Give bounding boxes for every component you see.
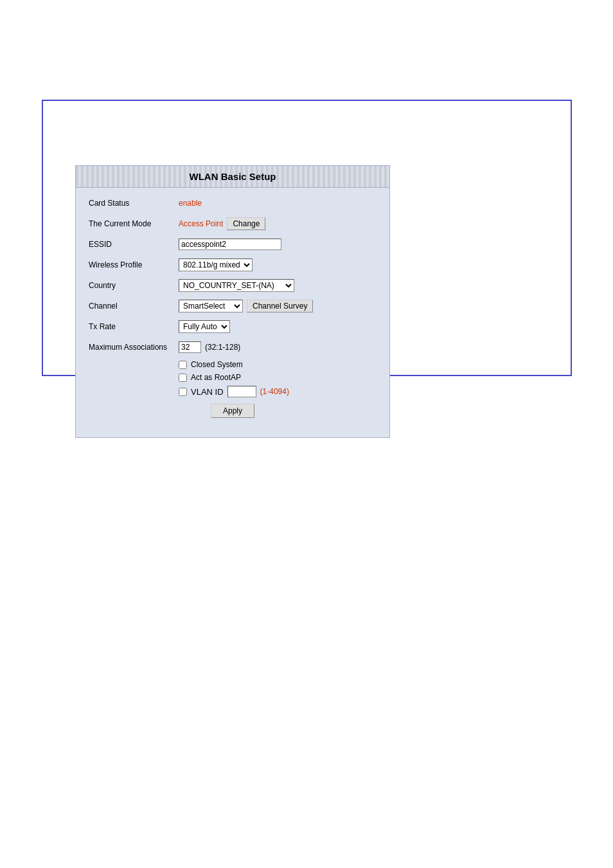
form-body: Card Status enable The Current Mode Acce… — [76, 188, 389, 424]
change-button[interactable]: Change — [227, 217, 265, 230]
wireless-profile-row: Wireless Profile 802.11b/g mixed 802.11b… — [89, 257, 377, 273]
card-status-label: Card Status — [89, 199, 179, 208]
max-assoc-hint: (32:1-128) — [205, 343, 240, 352]
closed-system-label: Closed System — [191, 360, 243, 369]
wireless-profile-select[interactable]: 802.11b/g mixed 802.11b only 802.11g onl… — [179, 258, 253, 271]
vlan-id-hint: (1-4094) — [260, 387, 289, 396]
wireless-profile-value-area: 802.11b/g mixed 802.11b only 802.11g onl… — [179, 258, 253, 271]
country-row: Country NO_COUNTRY_SET-(NA) — [89, 278, 377, 293]
card-status-value-area: enable — [179, 199, 202, 208]
act-rootap-checkbox[interactable] — [179, 374, 187, 382]
channel-value-area: SmartSelect 123 456 789 1011 Channel Sur… — [179, 300, 313, 312]
country-select[interactable]: NO_COUNTRY_SET-(NA) — [179, 279, 294, 292]
vlan-id-checkbox[interactable] — [179, 388, 187, 396]
outer-panel: WLAN Basic Setup Card Status enable The … — [42, 100, 572, 376]
card-status-value: enable — [179, 199, 202, 208]
wireless-profile-label: Wireless Profile — [89, 260, 179, 269]
channel-label: Channel — [89, 302, 179, 311]
vlan-id-input[interactable] — [227, 386, 256, 397]
closed-system-checkbox[interactable] — [179, 361, 187, 369]
current-mode-value-area: Access Point Change — [179, 217, 265, 230]
tx-rate-select[interactable]: Fully Auto 1 Mbps 2 Mbps 5.5 Mbps 11 Mbp… — [179, 320, 230, 333]
panel-title-text: WLAN Basic Setup — [189, 171, 276, 182]
max-assoc-value-area: (32:1-128) — [179, 341, 240, 353]
current-mode-value: Access Point — [179, 219, 223, 228]
essid-label: ESSID — [89, 240, 179, 249]
form-panel: WLAN Basic Setup Card Status enable The … — [75, 165, 390, 438]
essid-value-area — [179, 239, 281, 250]
max-assoc-row: Maximum Associations (32:1-128) — [89, 339, 377, 355]
tx-rate-label: Tx Rate — [89, 322, 179, 331]
channel-row: Channel SmartSelect 123 456 789 1011 Cha… — [89, 298, 377, 314]
card-status-row: Card Status enable — [89, 195, 377, 211]
max-assoc-label: Maximum Associations — [89, 343, 179, 352]
vlan-row: VLAN ID (1-4094) — [89, 386, 377, 397]
channel-survey-button[interactable]: Channel Survey — [247, 300, 313, 312]
closed-system-row: Closed System — [89, 360, 377, 369]
vlan-id-label: VLAN ID — [191, 387, 224, 397]
tx-rate-value-area: Fully Auto 1 Mbps 2 Mbps 5.5 Mbps 11 Mbp… — [179, 320, 230, 333]
apply-row: Apply — [89, 404, 377, 418]
essid-input[interactable] — [179, 239, 281, 250]
panel-title: WLAN Basic Setup — [76, 166, 389, 188]
essid-row: ESSID — [89, 237, 377, 252]
channel-select[interactable]: SmartSelect 123 456 789 1011 — [179, 300, 243, 312]
tx-rate-row: Tx Rate Fully Auto 1 Mbps 2 Mbps 5.5 Mbp… — [89, 319, 377, 334]
act-rootap-label: Act as RootAP — [191, 373, 241, 382]
country-label: Country — [89, 281, 179, 290]
apply-button[interactable]: Apply — [211, 404, 254, 418]
country-value-area: NO_COUNTRY_SET-(NA) — [179, 279, 294, 292]
max-assoc-input[interactable] — [179, 341, 201, 353]
current-mode-label: The Current Mode — [89, 219, 179, 228]
act-rootap-row: Act as RootAP — [89, 373, 377, 382]
current-mode-row: The Current Mode Access Point Change — [89, 216, 377, 231]
